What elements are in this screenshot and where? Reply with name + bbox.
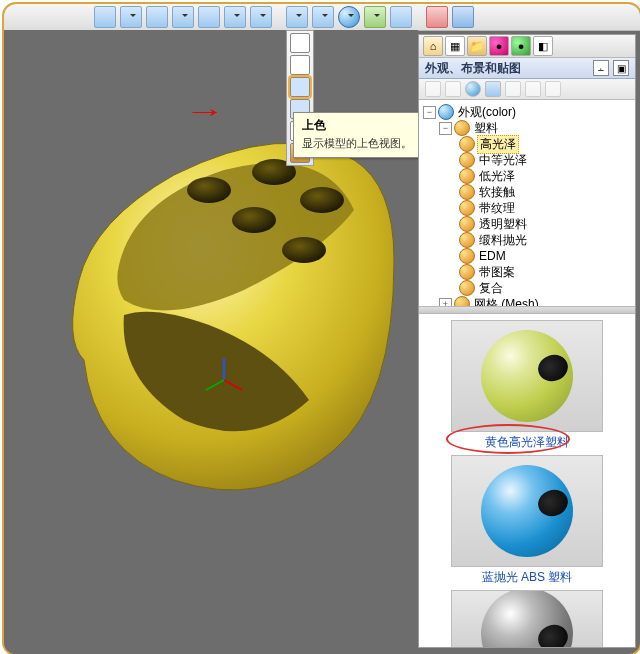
- hide-show-button[interactable]: [312, 6, 334, 28]
- apply-scene-button[interactable]: [364, 6, 386, 28]
- appearance-tree[interactable]: − 外观(color) − 塑料 高光泽 中等光泽 低光泽 软接触 带纹理 透明…: [419, 100, 635, 307]
- help-icon[interactable]: [545, 81, 561, 97]
- sphere-preview: [481, 465, 573, 557]
- tree-group-label: 网格 (Mesh): [472, 296, 541, 308]
- folder-icon[interactable]: [505, 81, 521, 97]
- display-style-tooltip: 上色 显示模型的上色视图。: [293, 112, 421, 158]
- task-pane-title: 外观、布景和贴图: [425, 60, 521, 77]
- flyout-hlv[interactable]: [290, 55, 310, 75]
- swatch-blue-abs[interactable]: 蓝抛光 ABS 塑料: [452, 455, 602, 586]
- tab-decal-icon[interactable]: ◧: [533, 36, 553, 56]
- zoom-prev-button[interactable]: [146, 6, 168, 28]
- splitter[interactable]: [419, 307, 635, 314]
- view-orientation-button[interactable]: [250, 6, 272, 28]
- swatch-label: 黄色高光泽塑料: [485, 434, 569, 451]
- back-icon[interactable]: [425, 81, 441, 97]
- zoom-area-button[interactable]: [120, 6, 142, 28]
- annotation-arrow: →: [184, 96, 226, 127]
- tab-open-icon[interactable]: 📁: [467, 36, 487, 56]
- globe-icon: [438, 104, 454, 120]
- view-toolbar: [4, 4, 640, 31]
- tree-root[interactable]: − 外观(color): [419, 104, 635, 120]
- swatch-yellow-high-gloss[interactable]: 黄色高光泽塑料: [452, 320, 602, 451]
- tooltip-body: 显示模型的上色视图。: [302, 136, 412, 151]
- tree-group-plastic[interactable]: − 塑料: [419, 120, 635, 136]
- ball-icon: [459, 248, 475, 264]
- expand-icon[interactable]: −: [423, 106, 436, 119]
- tree-item-soft-touch[interactable]: 软接触: [419, 184, 635, 200]
- svg-point-2: [232, 207, 276, 233]
- ball-icon: [459, 232, 475, 248]
- tree-item-transparent[interactable]: 透明塑料: [419, 216, 635, 232]
- swatch-grey[interactable]: [452, 590, 602, 647]
- tree-group-mesh[interactable]: + 网格 (Mesh): [419, 296, 635, 307]
- task-pane: ⌂ ▦ 📁 ● ● ◧ 外观、布景和贴图 ⫠ ▣ −: [418, 34, 636, 648]
- tree-item-satin[interactable]: 缎料抛光: [419, 232, 635, 248]
- appearance-lib-icon[interactable]: [465, 81, 481, 97]
- ball-icon: [459, 280, 475, 296]
- pan-button[interactable]: [198, 6, 220, 28]
- sphere-preview: [481, 590, 573, 647]
- ball-icon: [459, 136, 475, 152]
- tab-home-icon[interactable]: ⌂: [423, 36, 443, 56]
- render-tools-button[interactable]: [426, 6, 448, 28]
- tooltip-title: 上色: [302, 117, 412, 134]
- zoom-fit-button[interactable]: [94, 6, 116, 28]
- task-pane-title-bar: 外观、布景和贴图 ⫠ ▣: [419, 58, 635, 79]
- screen-capture-button[interactable]: [452, 6, 474, 28]
- tree-item-pattern[interactable]: 带图案: [419, 264, 635, 280]
- sphere-preview: [481, 330, 573, 422]
- ball-icon: [459, 184, 475, 200]
- expand-icon[interactable]: −: [439, 122, 452, 135]
- tab-appearance-icon[interactable]: ●: [489, 36, 509, 56]
- tree-item-edm[interactable]: EDM: [419, 248, 635, 264]
- display-style-button[interactable]: [286, 6, 308, 28]
- tree-item-composite[interactable]: 复合: [419, 280, 635, 296]
- tree-item-low-gloss[interactable]: 低光泽: [419, 168, 635, 184]
- svg-point-4: [282, 237, 326, 263]
- view-settings-button[interactable]: [390, 6, 412, 28]
- folder-ball-icon: [454, 120, 470, 136]
- ball-icon: [459, 152, 475, 168]
- delete-icon[interactable]: [525, 81, 541, 97]
- rotate-view-button[interactable]: [172, 6, 194, 28]
- ball-icon: [459, 264, 475, 280]
- svg-point-0: [187, 177, 231, 203]
- tab-library-icon[interactable]: ▦: [445, 36, 465, 56]
- flyout-hlr[interactable]: [290, 77, 310, 97]
- tab-scene-icon[interactable]: ●: [511, 36, 531, 56]
- pushpin-icon[interactable]: ⫠: [593, 60, 609, 76]
- ball-icon: [459, 216, 475, 232]
- ball-icon: [459, 200, 475, 216]
- tree-item-med-gloss[interactable]: 中等光泽: [419, 152, 635, 168]
- edit-appearance-button[interactable]: [338, 6, 360, 28]
- svg-point-3: [300, 187, 344, 213]
- app-frame: → 上色 显示模型的上色视图。 ⌂ ▦ 📁 ● ● ◧ 外观、布景和贴图 ⫠ ▣: [2, 2, 640, 654]
- section-view-button[interactable]: [224, 6, 246, 28]
- tree-item-textured[interactable]: 带纹理: [419, 200, 635, 216]
- flyout-wireframe[interactable]: [290, 33, 310, 53]
- ball-icon: [459, 168, 475, 184]
- tree-root-label: 外观(color): [456, 104, 518, 121]
- expand-icon[interactable]: +: [439, 298, 452, 308]
- task-pane-tabs: ⌂ ▦ 📁 ● ● ◧: [419, 35, 635, 58]
- folder-ball-icon: [454, 296, 470, 307]
- task-pane-toolbar: [419, 79, 635, 100]
- cube-icon[interactable]: [485, 81, 501, 97]
- tree-item-high-gloss[interactable]: 高光泽: [419, 136, 635, 152]
- swatch-label: 蓝抛光 ABS 塑料: [482, 569, 573, 586]
- appearance-swatch-list[interactable]: 黄色高光泽塑料 蓝抛光 ABS 塑料: [419, 314, 635, 647]
- forward-icon[interactable]: [445, 81, 461, 97]
- expand-icon[interactable]: ▣: [613, 60, 629, 76]
